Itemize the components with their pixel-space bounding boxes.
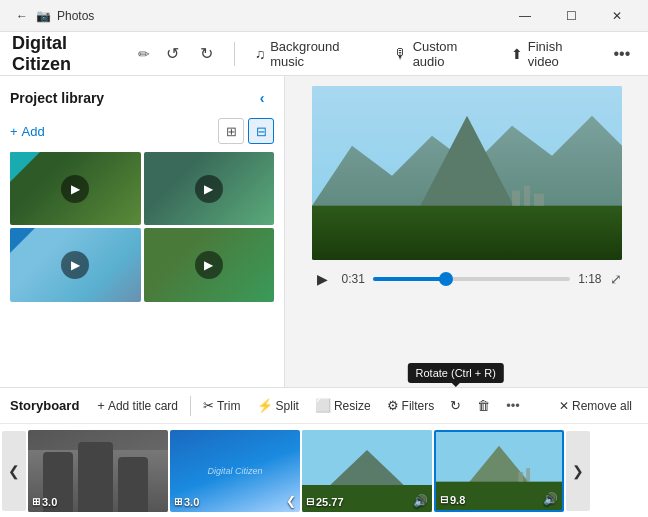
clips-nav-left[interactable]: ❮ [2, 431, 26, 511]
main-content: Project library ‹ + Add ⊞ ⊟ ▶ ▶ [0, 76, 648, 387]
custom-audio-button[interactable]: 🎙 Custom audio [386, 35, 495, 73]
undo-redo-group: ↺ ↻ [158, 39, 222, 69]
preview-svg [312, 86, 622, 260]
finish-icon: ⬆ [511, 46, 523, 62]
storyboard-toolbar: Storyboard + Add title card ✂ Trim ⚡ Spl… [0, 388, 648, 424]
resize-label: Resize [334, 399, 371, 413]
back-button[interactable]: ← [8, 2, 36, 30]
trim-icon: ✂ [203, 398, 214, 413]
custom-audio-label: Custom audio [413, 39, 487, 69]
clip-nav-icon: ❮ [286, 494, 296, 508]
main-toolbar: Digital Citizen ✏ ↺ ↻ ♫ Background music… [0, 32, 648, 76]
preview-panel: ▶ 0:31 1:18 ⤢ [285, 76, 648, 387]
svg-rect-13 [518, 471, 523, 481]
maximize-button[interactable]: ☐ [548, 0, 594, 32]
close-button[interactable]: ✕ [594, 0, 640, 32]
play-overlay[interactable]: ▶ [61, 175, 89, 203]
clip-duration: 3.0 [42, 496, 57, 508]
progress-thumb[interactable] [439, 272, 453, 286]
clip-item[interactable]: ⊟ 25.77 🔊 [302, 430, 432, 512]
background-music-button[interactable]: ♫ Background music [247, 35, 378, 73]
remove-all-label: Remove all [572, 399, 632, 413]
expand-button[interactable]: ⤢ [610, 271, 622, 287]
svg-rect-4 [512, 191, 520, 206]
remove-all-icon: ✕ [559, 399, 569, 413]
project-title: Digital Citizen [12, 33, 124, 75]
remove-all-button[interactable]: ✕ Remove all [553, 396, 638, 416]
progress-fill [373, 277, 446, 281]
split-icon: ⚡ [257, 398, 273, 413]
view-list-button[interactable]: ⊟ [248, 118, 274, 144]
filters-button[interactable]: ⚙ Filters [381, 395, 441, 416]
background-music-label: Background music [270, 39, 369, 69]
resize-icon: ⬜ [315, 398, 331, 413]
clip-thumbnail: Digital Citizen ⊞ 3.0 ❮ [170, 430, 300, 512]
clip-item[interactable]: Digital Citizen ⊞ 3.0 ❮ [170, 430, 300, 512]
storyboard-area: Storyboard + Add title card ✂ Trim ⚡ Spl… [0, 387, 648, 517]
view-grid-button[interactable]: ⊞ [218, 118, 244, 144]
split-label: Split [276, 399, 299, 413]
storyboard-clips: ❮ ⊞ 3.0 Digital Citizen ⊞ [0, 424, 648, 517]
clips-nav-right[interactable]: ❯ [566, 431, 590, 511]
play-overlay[interactable]: ▶ [195, 251, 223, 279]
progress-track[interactable] [373, 277, 570, 281]
current-time: 0:31 [342, 272, 365, 286]
media-item[interactable]: ▶ [144, 228, 275, 301]
trim-label: Trim [217, 399, 241, 413]
rotate-button[interactable]: ↻ [444, 395, 467, 416]
media-item[interactable]: ▶ [10, 228, 141, 301]
minimize-button[interactable]: — [502, 0, 548, 32]
split-button[interactable]: ⚡ Split [251, 395, 305, 416]
media-item[interactable]: ▶ [144, 152, 275, 225]
resize-button[interactable]: ⬜ Resize [309, 395, 377, 416]
duration: 1:18 [578, 272, 601, 286]
svg-rect-6 [534, 194, 544, 206]
clip-duration: 25.77 [316, 496, 344, 508]
play-overlay[interactable]: ▶ [195, 175, 223, 203]
add-title-icon: + [97, 398, 105, 413]
svg-rect-3 [312, 206, 622, 261]
clip-item[interactable]: ⊞ 3.0 [28, 430, 168, 512]
rotate-icon: ↻ [450, 398, 461, 413]
delete-clip-button[interactable]: 🗑 [471, 395, 496, 416]
person-silhouette [118, 457, 148, 512]
panel-collapse-button[interactable]: ‹ [250, 86, 274, 110]
media-item[interactable]: ▶ [10, 152, 141, 225]
add-media-button[interactable]: + Add [10, 124, 45, 139]
edit-title-icon[interactable]: ✏ [138, 46, 150, 62]
corner-accent [10, 228, 35, 253]
clip-watermark: Digital Citizen [207, 466, 262, 476]
clip-duration: 3.0 [184, 496, 199, 508]
clip-type-icon: ⊟ [440, 494, 448, 505]
clip-type-icon: ⊞ [32, 496, 40, 507]
add-title-card-button[interactable]: + Add title card [91, 395, 184, 416]
clip-badge: ⊞ 3.0 [32, 496, 57, 508]
more-options-button[interactable]: ••• [608, 39, 636, 69]
titlebar: ← 📷 Photos — ☐ ✕ [0, 0, 648, 32]
audio-indicator: 🔊 [413, 494, 428, 508]
filters-label: Filters [402, 399, 435, 413]
music-icon: ♫ [255, 46, 266, 62]
clip-type-icon: ⊟ [306, 496, 314, 507]
project-library-panel: Project library ‹ + Add ⊞ ⊟ ▶ ▶ [0, 76, 285, 387]
finish-video-button[interactable]: ⬆ Finish video [503, 35, 600, 73]
svg-rect-5 [524, 186, 530, 206]
clip-duration: 9.8 [450, 494, 465, 506]
play-overlay[interactable]: ▶ [61, 251, 89, 279]
undo-button[interactable]: ↺ [158, 39, 188, 69]
trim-button[interactable]: ✂ Trim [197, 395, 247, 416]
sb-separator [190, 396, 191, 416]
clip-thumbnail: ⊟ 9.8 🔊 [436, 432, 562, 510]
redo-button[interactable]: ↻ [192, 39, 222, 69]
sb-more-button[interactable]: ••• [500, 395, 526, 416]
finish-video-label: Finish video [528, 39, 592, 69]
svg-rect-14 [526, 468, 530, 482]
filters-icon: ⚙ [387, 398, 399, 413]
clip-item[interactable]: ⊟ 9.8 🔊 [434, 430, 564, 512]
window-controls: — ☐ ✕ [502, 0, 640, 32]
audio-indicator: 🔊 [543, 492, 558, 506]
play-button[interactable]: ▶ [312, 268, 334, 290]
storyboard-label: Storyboard [10, 398, 79, 413]
app-icon: 📷 [36, 9, 51, 23]
add-icon: + [10, 124, 18, 139]
